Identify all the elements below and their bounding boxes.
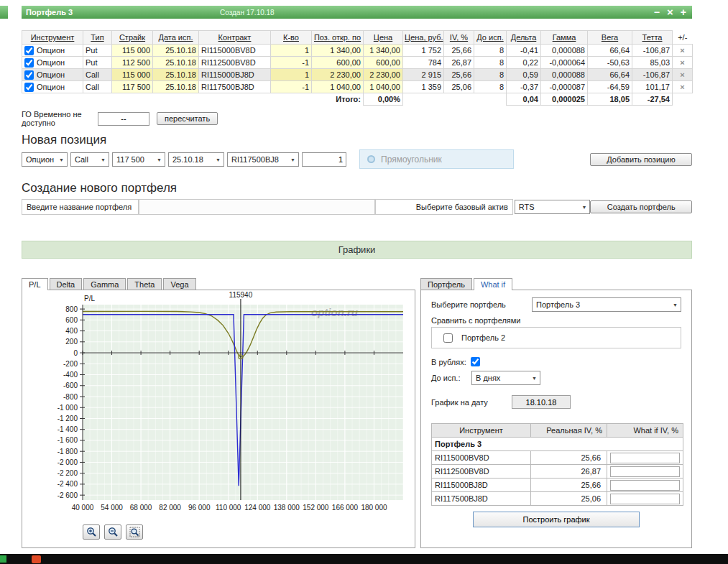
price-rub-cell: 1 752 <box>403 45 444 57</box>
tab-portfolio[interactable]: Портфель <box>420 278 472 290</box>
delete-position-button[interactable]: × <box>673 69 693 81</box>
days-select[interactable]: В днях▼ <box>471 371 540 385</box>
position-row: Опцион Put 112 500 25.10.18 RI112500BV8D… <box>22 57 693 69</box>
col-header-qty[interactable]: К-во <box>271 31 312 45</box>
chart-date-input[interactable] <box>512 395 571 409</box>
instrument-select[interactable]: Опцион▼ <box>22 152 68 167</box>
iv-cell: 25,66 <box>444 69 474 81</box>
open-price-cell[interactable]: 1 040,00 <box>312 81 364 93</box>
portfolio-select[interactable]: Портфель 3▼ <box>532 297 681 312</box>
expdate-cell[interactable]: 25.10.18 <box>153 57 199 69</box>
row-checkbox[interactable] <box>24 70 34 80</box>
price-cell[interactable]: 1 340,00 <box>364 45 403 57</box>
build-chart-button[interactable]: Построить график <box>473 512 640 527</box>
add-position-button[interactable]: Добавить позицию <box>590 153 692 166</box>
contract-select[interactable]: RI117500BJ8▼ <box>227 152 299 167</box>
type-select[interactable]: Call▼ <box>70 152 109 167</box>
price-cell[interactable]: 1 040,00 <box>364 81 403 93</box>
add-icon[interactable]: + <box>681 7 686 17</box>
expdate-cell[interactable]: 25.10.18 <box>153 45 199 57</box>
row-checkbox[interactable] <box>24 58 34 68</box>
days-cell: 8 <box>474 69 507 81</box>
qty-cell[interactable]: -1 <box>271 81 312 93</box>
build-chart-row: Построить график <box>431 512 681 527</box>
col-header-contract[interactable]: Контракт <box>199 31 271 45</box>
svg-text:54 000: 54 000 <box>101 504 123 512</box>
svg-text:-800: -800 <box>63 393 78 401</box>
whatif-iv-input[interactable] <box>610 494 680 504</box>
instrument-label: Опцион <box>37 83 65 91</box>
whatif-iv-input[interactable] <box>610 453 680 463</box>
quantity-input[interactable] <box>302 152 346 167</box>
base-asset-select[interactable]: RTS▼ <box>515 200 591 214</box>
col-header-price-rub[interactable]: Цена, руб. <box>403 31 444 45</box>
col-header-price[interactable]: Цена <box>364 31 403 45</box>
tab-delta[interactable]: Delta <box>50 278 83 290</box>
col-header-vega[interactable]: Вега <box>588 31 632 45</box>
col-header-iv[interactable]: IV, % <box>444 31 474 45</box>
portfolio-select-value: Портфель 3 <box>536 300 580 309</box>
portfolio-name-input[interactable] <box>139 200 374 214</box>
tab-whatif[interactable]: What if <box>474 278 512 290</box>
row-checkbox[interactable] <box>24 83 34 92</box>
col-header-type[interactable]: Тип <box>83 31 112 45</box>
strike-cell[interactable]: 115 000 <box>112 45 153 57</box>
zoom-in-button[interactable] <box>83 524 100 540</box>
minimize-icon[interactable]: − <box>654 7 660 17</box>
col-header-open-price[interactable]: Поз. откр. по <box>312 31 364 45</box>
tab-theta[interactable]: Theta <box>127 278 162 290</box>
whatif-iv-input[interactable] <box>610 480 680 491</box>
iv-table: Инструмент Реальная IV, % What if IV, % … <box>431 423 683 506</box>
qty-cell[interactable]: 1 <box>271 45 312 57</box>
col-header-gamma[interactable]: Гамма <box>541 31 588 45</box>
row-checkbox[interactable] <box>24 46 34 55</box>
go-value-input[interactable] <box>98 112 149 126</box>
iv-col-instrument: Инструмент <box>432 424 531 438</box>
open-price-cell[interactable]: 600,00 <box>312 57 364 69</box>
col-header-theta[interactable]: Тетта <box>632 31 673 45</box>
compare-portfolio-checkbox[interactable] <box>443 333 453 343</box>
zoom-controls <box>83 524 415 540</box>
tab-pl[interactable]: P/L <box>22 278 48 290</box>
titlebar-controls: − × + <box>654 7 686 17</box>
col-header-strike[interactable]: Страйк <box>112 31 153 45</box>
open-price-cell[interactable]: 1 340,00 <box>312 45 364 57</box>
delete-position-button[interactable]: × <box>673 57 693 69</box>
expdate-select[interactable]: 25.10.18▼ <box>168 152 224 167</box>
totals-delta: 0,04 <box>507 93 541 106</box>
totals-gamma: 0,000025 <box>541 93 588 106</box>
vega-cell: 66,64 <box>588 45 632 57</box>
col-header-days[interactable]: До исп. <box>474 31 507 45</box>
price-cell[interactable]: 2 230,00 <box>364 69 403 81</box>
taskbar-red-icon[interactable] <box>32 555 41 563</box>
col-header-expdate[interactable]: Дата исп. <box>153 31 199 45</box>
delete-position-button[interactable]: × <box>673 81 693 93</box>
strike-cell[interactable]: 117 500 <box>112 81 153 93</box>
price-rub-cell: 2 915 <box>403 69 444 81</box>
qty-cell[interactable]: 1 <box>271 69 312 81</box>
strike-cell[interactable]: 112 500 <box>112 57 153 69</box>
col-header-delta[interactable]: Дельта <box>507 31 541 45</box>
iv-row: RI115000BV8D 25,66 <box>432 451 683 465</box>
zoom-reset-button[interactable] <box>126 524 143 540</box>
close-icon[interactable]: × <box>667 7 673 17</box>
days-cell: 8 <box>474 45 507 57</box>
open-price-cell[interactable]: 2 230,00 <box>312 69 364 81</box>
recalculate-button[interactable]: пересчитать <box>157 112 218 125</box>
strike-select[interactable]: 117 500▼ <box>112 152 165 167</box>
zoom-out-button[interactable] <box>104 524 121 540</box>
delete-position-button[interactable]: × <box>673 45 693 57</box>
rubles-checkbox[interactable] <box>471 357 480 366</box>
col-header-instrument[interactable]: Инструмент <box>22 31 83 45</box>
tab-gamma[interactable]: Gamma <box>83 278 126 290</box>
whatif-iv-input[interactable] <box>610 466 680 477</box>
magnifier-plus-icon <box>86 527 97 537</box>
expdate-cell[interactable]: 25.10.18 <box>153 69 199 81</box>
contract-select-value: RI117500BJ8 <box>231 155 279 164</box>
expdate-cell[interactable]: 25.10.18 <box>153 81 199 93</box>
strike-cell[interactable]: 115 000 <box>112 69 153 81</box>
price-cell[interactable]: 600,00 <box>364 57 403 69</box>
qty-cell[interactable]: -1 <box>271 57 312 69</box>
create-portfolio-button[interactable]: Создать портфель <box>590 200 692 213</box>
tab-vega[interactable]: Vega <box>163 278 195 290</box>
